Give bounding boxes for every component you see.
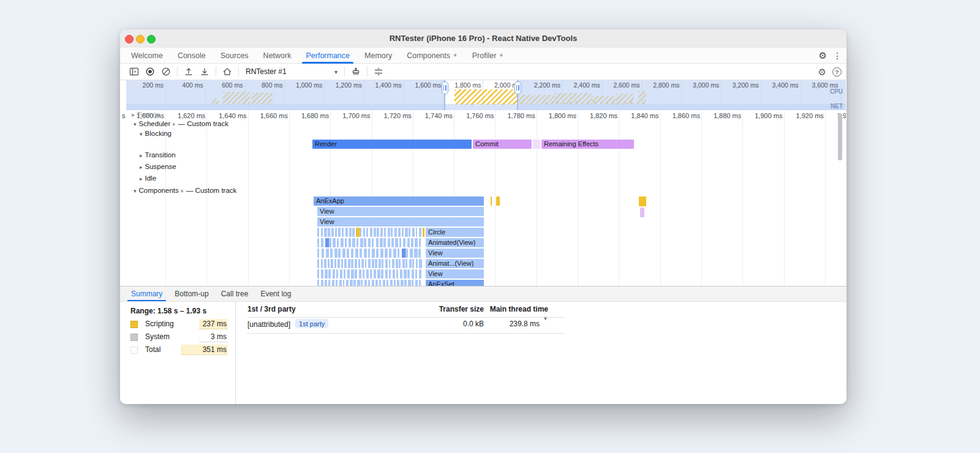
component-micro-bar[interactable] — [384, 228, 386, 237]
component-micro-bar[interactable] — [370, 228, 372, 237]
track-header-components[interactable]: ▾Components ✳ — Custom track — [134, 187, 236, 194]
component-micro-bar[interactable] — [321, 280, 323, 286]
component-micro-bar[interactable] — [412, 259, 414, 268]
component-micro-bar[interactable] — [351, 249, 353, 258]
component-micro-bar[interactable] — [340, 269, 342, 279]
component-micro-bar[interactable] — [412, 269, 414, 279]
component-micro-bar[interactable] — [375, 259, 377, 268]
component-micro-bar[interactable] — [361, 280, 363, 286]
component-micro-bar[interactable] — [336, 280, 337, 286]
component-micro-bar[interactable] — [328, 259, 330, 268]
component-micro-bar[interactable] — [368, 280, 370, 286]
component-micro-bar[interactable] — [377, 269, 380, 279]
component-micro-bar[interactable] — [379, 259, 381, 268]
component-micro-bar[interactable] — [368, 259, 371, 268]
component-micro-bar[interactable] — [356, 238, 359, 247]
component-micro-bar[interactable] — [408, 280, 410, 286]
component-micro-bar[interactable] — [374, 269, 376, 279]
component-micro-bar[interactable] — [317, 249, 319, 258]
component-micro-bar[interactable] — [366, 228, 368, 237]
component-micro-bar[interactable] — [326, 249, 329, 258]
component-bar[interactable]: Animat...(View) — [426, 259, 484, 268]
component-micro-bar[interactable] — [338, 249, 341, 258]
settings-gear-icon[interactable]: ⚙ — [819, 50, 827, 61]
component-micro-bar[interactable] — [418, 249, 421, 258]
component-micro-bar[interactable] — [347, 269, 350, 279]
component-micro-bar[interactable] — [402, 259, 405, 268]
component-micro-bar[interactable] — [397, 280, 399, 286]
help-icon[interactable]: ? — [832, 67, 842, 77]
component-micro-bar[interactable] — [415, 269, 417, 279]
component-micro-bar[interactable] — [372, 280, 374, 286]
component-micro-bar[interactable] — [412, 228, 415, 237]
component-micro-bar[interactable] — [361, 259, 364, 268]
component-micro-bar[interactable] — [389, 259, 391, 268]
component-bar[interactable]: View — [317, 207, 484, 216]
component-micro-bar[interactable] — [363, 269, 364, 279]
component-micro-bar[interactable] — [360, 228, 361, 237]
component-micro-bar[interactable] — [377, 228, 379, 237]
tab-console[interactable]: Console — [170, 48, 213, 63]
component-micro-bar[interactable] — [416, 259, 418, 268]
track-header-blocking[interactable]: ▾Blocking — [140, 130, 172, 137]
component-micro-bar[interactable] — [342, 249, 345, 258]
component-bar[interactable]: Circle — [426, 228, 484, 237]
component-micro-bar[interactable] — [328, 280, 331, 286]
component-micro-bar[interactable] — [347, 249, 349, 258]
component-micro-bar[interactable] — [389, 269, 391, 279]
tab-memory[interactable]: Memory — [357, 48, 399, 63]
selection-handle-right[interactable] — [514, 81, 521, 94]
component-micro-bar[interactable] — [359, 269, 361, 279]
component-micro-bar[interactable] — [331, 228, 334, 237]
component-micro-bar[interactable] — [381, 269, 383, 279]
component-micro-bar[interactable] — [334, 259, 336, 268]
component-micro-bar[interactable] — [388, 228, 390, 237]
component-micro-bar[interactable] — [419, 259, 421, 268]
component-micro-bar[interactable] — [321, 269, 323, 279]
component-micro-bar[interactable] — [419, 228, 421, 237]
tab-performance[interactable]: Performance — [298, 48, 357, 63]
details-tab-bottom-up[interactable]: Bottom-up — [168, 286, 214, 301]
component-micro-bar[interactable] — [337, 238, 339, 247]
component-micro-bar[interactable] — [393, 269, 395, 279]
component-micro-bar[interactable] — [364, 249, 367, 258]
disclosure-triangle-icon[interactable]: ▾ — [134, 121, 137, 127]
component-micro-bar[interactable] — [382, 259, 383, 268]
table-row-name[interactable]: [unattributed]1st party — [247, 320, 328, 329]
component-micro-bar[interactable] — [321, 238, 323, 247]
capture-settings-icon[interactable] — [371, 65, 386, 78]
vertical-scrollbar-thumb[interactable] — [838, 113, 842, 160]
timeline-overview[interactable]: 200 ms400 ms600 ms800 ms1,000 ms1,200 ms… — [126, 80, 846, 110]
component-micro-bar[interactable] — [368, 238, 371, 247]
component-micro-bar[interactable] — [385, 249, 388, 258]
component-micro-bar[interactable] — [321, 259, 323, 268]
component-micro-bar[interactable] — [336, 269, 338, 279]
component-micro-bar[interactable] — [365, 259, 367, 268]
component-bar[interactable]: View — [426, 269, 484, 279]
component-micro-bar[interactable] — [394, 280, 396, 286]
component-micro-bar[interactable] — [410, 249, 412, 258]
column-header-party[interactable]: 1st / 3rd party — [247, 305, 296, 313]
component-bar[interactable]: View — [426, 249, 484, 258]
component-micro-bar[interactable] — [335, 228, 337, 237]
live-metrics-home-icon[interactable] — [219, 65, 235, 78]
disclosure-triangle-icon[interactable]: ▸ — [140, 164, 143, 170]
component-micro-bar[interactable] — [368, 249, 371, 258]
component-micro-bar[interactable] — [358, 259, 360, 268]
component-micro-bar[interactable] — [337, 259, 340, 268]
scheduler-event-bar[interactable]: Remaining Effects — [541, 140, 634, 149]
component-micro-bar[interactable] — [389, 249, 391, 258]
component-micro-bar[interactable] — [415, 280, 418, 286]
component-micro-bar[interactable] — [339, 280, 342, 286]
component-micro-bar[interactable] — [355, 269, 357, 279]
component-micro-bar[interactable] — [395, 238, 398, 247]
tab-components[interactable]: Components✳ — [399, 48, 465, 63]
collect-garbage-icon[interactable] — [348, 65, 364, 78]
clear-icon[interactable] — [158, 65, 174, 78]
component-micro-bar[interactable] — [376, 249, 378, 258]
tab-welcome[interactable]: Welcome — [124, 48, 170, 63]
micro-bar-sliver[interactable] — [423, 228, 424, 237]
component-micro-bar[interactable] — [409, 259, 412, 268]
component-micro-bar[interactable] — [357, 280, 360, 286]
component-micro-bar[interactable] — [380, 249, 383, 258]
